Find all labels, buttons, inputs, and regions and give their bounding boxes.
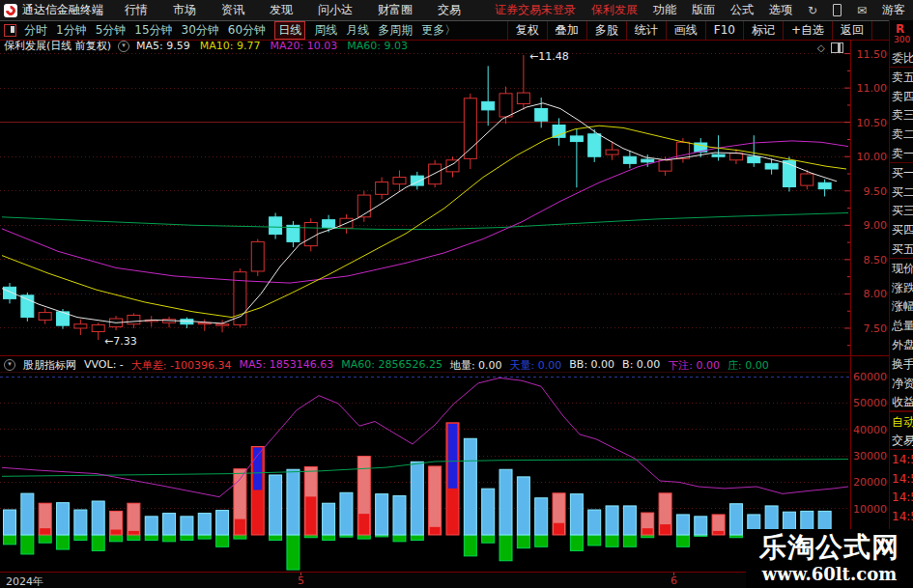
volume-bar-green: [676, 535, 689, 546]
trade-button[interactable]: 交易: [890, 431, 913, 450]
top-menu-item-2[interactable]: 资讯: [221, 2, 244, 18]
top-menu-item-6[interactable]: 交易: [438, 2, 461, 18]
volume-bar-green: [588, 535, 601, 546]
volume-bar-red-core: [128, 531, 139, 535]
top-menu-item-0[interactable]: 行情: [125, 2, 148, 18]
ma-label-0: MA5: 9.59: [136, 40, 190, 52]
price-label-3: 10.00: [852, 151, 887, 163]
vvol-plot[interactable]: [0, 373, 850, 572]
volume-bar-green: [4, 535, 16, 545]
volume-bar: [181, 517, 193, 535]
period-tab-9[interactable]: 多周期: [378, 22, 413, 39]
top-right-menu-item-1[interactable]: 版面: [692, 2, 715, 18]
volume-bar-green: [323, 535, 335, 540]
top-menu-item-3[interactable]: 发现: [270, 2, 293, 18]
top-menu-item-5[interactable]: 财富圈: [378, 2, 413, 18]
period-tab-2[interactable]: 5分钟: [96, 22, 127, 39]
action-button-7[interactable]: +自选: [783, 21, 832, 40]
action-button-1[interactable]: 叠加: [547, 21, 586, 40]
volume-bar-green: [287, 535, 300, 570]
margin-flag: R: [896, 22, 904, 36]
action-button-2[interactable]: 多股: [586, 21, 626, 40]
indicator-collapse-icon[interactable]: ▾: [4, 359, 15, 371]
volume-bar-green: [163, 535, 176, 542]
time-label-1: 5: [298, 574, 304, 587]
volume-bar-red-core: [111, 530, 122, 535]
app-title: 通达信金融终端: [22, 2, 103, 18]
indicator-value-6: BB: 0.00: [569, 358, 614, 372]
volume-bar-green: [21, 535, 34, 554]
mobile-icon[interactable]: [833, 4, 842, 16]
volume-bar-red-core: [358, 514, 369, 534]
volume-bar-green: [411, 535, 423, 540]
current-stock-link[interactable]: 保利发展: [591, 2, 638, 18]
period-tab-7[interactable]: 周线: [314, 22, 337, 39]
period-tab-1[interactable]: 1分钟: [56, 22, 87, 39]
volume-bar-green: [606, 535, 618, 546]
volume-bar: [270, 475, 282, 535]
ma20-line: [2, 141, 848, 283]
action-button-0[interactable]: 复权: [507, 21, 547, 40]
period-tab-10[interactable]: 更多〉: [421, 22, 456, 39]
auto-button[interactable]: 自动: [890, 411, 913, 431]
action-button-8[interactable]: 返回: [832, 21, 872, 40]
volume-bar: [464, 438, 476, 535]
period-tab-0[interactable]: 分时: [24, 22, 47, 39]
ma-label-1: MA10: 9.77: [200, 40, 261, 52]
sidebar-row-0: 委比: [890, 48, 913, 68]
chart-mode-icon[interactable]: [4, 24, 16, 37]
candle-body: [323, 220, 335, 228]
sidebar-row-2: 卖四: [890, 87, 913, 106]
volume-label-0: 60000: [852, 371, 887, 383]
volume-bar: [323, 503, 335, 535]
volume-bar: [145, 517, 157, 535]
candle-body: [642, 159, 654, 162]
price-label-5: 9.00: [852, 219, 887, 232]
period-tab-5[interactable]: 60分钟: [228, 22, 266, 39]
volume-bar: [340, 492, 353, 535]
price-label-4: 9.50: [852, 185, 887, 198]
price-label-2: 10.50: [852, 117, 887, 129]
volume-bar-green: [57, 535, 70, 549]
main-chart-plot[interactable]: [0, 52, 850, 357]
period-tab-8[interactable]: 月线: [346, 22, 369, 39]
period-tab-4[interactable]: 30分钟: [182, 22, 219, 39]
period-tab-3[interactable]: 15分钟: [134, 22, 172, 39]
top-menu: 行情市场资讯发现问小达财富圈交易: [125, 2, 461, 18]
volume-bar-green: [181, 535, 193, 540]
action-button-3[interactable]: 统计: [626, 21, 666, 40]
indicator-value-4: 地量: 0.00: [450, 358, 502, 372]
volume-label-4: 20000: [852, 476, 887, 489]
volume-bar-red-core: [713, 531, 724, 535]
period-tab-6[interactable]: 日线: [274, 21, 305, 40]
action-button-4[interactable]: 画线: [666, 21, 705, 40]
trade-login-status[interactable]: 证券交易未登录: [495, 2, 576, 18]
top-right-menu-item-2[interactable]: 公式: [730, 2, 754, 18]
volume-bar: [21, 493, 34, 535]
indicator-source[interactable]: 股朋指标网: [23, 358, 76, 372]
sidebar-row-4: 卖二: [890, 125, 913, 144]
candle-body: [464, 98, 476, 159]
mail-icon[interactable]: ✉: [857, 5, 867, 16]
volume-label-2: 40000: [852, 424, 887, 436]
volume-bar: [128, 503, 140, 535]
indicator-value-9: 庄: 0.00: [728, 358, 769, 372]
top-right-menu-item-3[interactable]: 选项: [769, 2, 792, 18]
sidebar-row-18: 收益: [890, 392, 913, 411]
panel-divider[interactable]: [0, 355, 889, 356]
user-badge[interactable]: 游客: [882, 2, 905, 18]
refresh-icon[interactable]: ↻: [808, 5, 817, 16]
top-menu-item-1[interactable]: 市场: [173, 2, 196, 18]
top-right-menu-item-0[interactable]: 功能: [653, 2, 676, 18]
volume-bar: [376, 494, 388, 535]
volume-bar: [216, 511, 229, 535]
collapse-icon[interactable]: ▾: [118, 41, 129, 52]
sidebar-row-17: 净资: [890, 374, 913, 393]
indicator-value-1: 大单差: -100396.34: [131, 358, 232, 372]
action-button-6[interactable]: 标记: [743, 21, 783, 40]
tick-time-1: 14:56: [890, 469, 913, 489]
top-menu-item-4[interactable]: 问小达: [318, 2, 353, 18]
action-button-5[interactable]: F10: [705, 21, 743, 40]
sidebar-row-16: 换手: [890, 354, 913, 374]
candle-body: [535, 108, 548, 121]
